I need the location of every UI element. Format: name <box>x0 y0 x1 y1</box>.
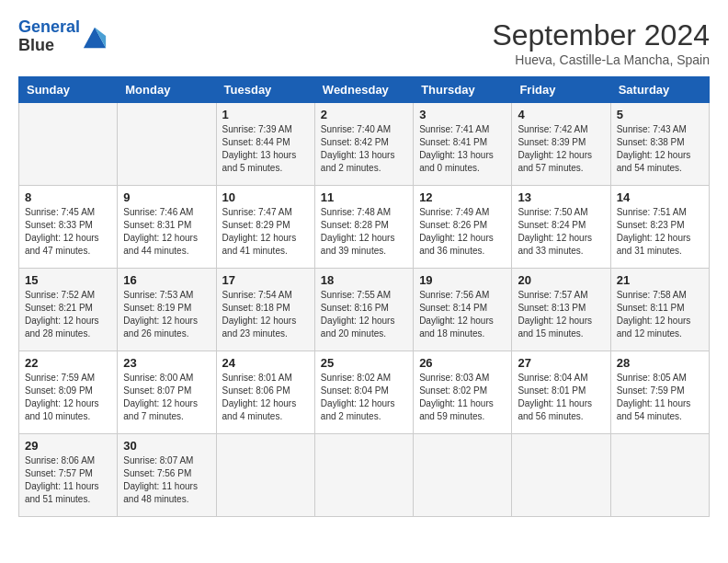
day-cell-9: 9 Sunrise: 7:46 AMSunset: 8:31 PMDayligh… <box>118 186 216 269</box>
logo-text: GeneralBlue <box>18 18 80 55</box>
day-number: 19 <box>419 273 506 287</box>
day-number: 12 <box>419 190 506 204</box>
empty-cell <box>512 434 610 517</box>
day-number: 11 <box>321 190 407 204</box>
title-block: September 2024 Hueva, Castille-La Mancha… <box>492 18 710 67</box>
day-number: 22 <box>25 356 111 370</box>
day-cell-14: 14 Sunrise: 7:51 AMSunset: 8:23 PMDaylig… <box>610 186 709 269</box>
day-info: Sunrise: 7:56 AMSunset: 8:14 PMDaylight:… <box>419 289 506 340</box>
day-cell-15: 15 Sunrise: 7:52 AMSunset: 8:21 PMDaylig… <box>19 269 118 351</box>
calendar-week-1: 1 Sunrise: 7:39 AMSunset: 8:44 PMDayligh… <box>19 103 710 186</box>
col-header-sunday: Sunday <box>19 77 118 103</box>
day-info: Sunrise: 7:50 AMSunset: 8:24 PMDaylight:… <box>518 206 604 258</box>
day-number: 13 <box>518 190 604 204</box>
day-cell-23: 23 Sunrise: 8:00 AMSunset: 8:07 PMDaylig… <box>118 351 216 434</box>
day-info: Sunrise: 7:40 AMSunset: 8:42 PMDaylight:… <box>321 123 407 175</box>
day-cell-20: 20 Sunrise: 7:57 AMSunset: 8:13 PMDaylig… <box>512 269 610 351</box>
day-info: Sunrise: 8:05 AMSunset: 7:59 PMDaylight:… <box>617 372 703 423</box>
day-cell-16: 16 Sunrise: 7:53 AMSunset: 8:19 PMDaylig… <box>118 269 216 351</box>
day-info: Sunrise: 7:49 AMSunset: 8:26 PMDaylight:… <box>419 206 506 258</box>
empty-cell <box>610 434 709 517</box>
day-info: Sunrise: 7:43 AMSunset: 8:38 PMDaylight:… <box>617 123 703 175</box>
day-number: 2 <box>321 108 407 121</box>
day-info: Sunrise: 7:41 AMSunset: 8:41 PMDaylight:… <box>419 123 506 175</box>
day-number: 28 <box>617 356 703 370</box>
day-cell-1: 1 Sunrise: 7:39 AMSunset: 8:44 PMDayligh… <box>216 103 314 186</box>
day-cell-13: 13 Sunrise: 7:50 AMSunset: 8:24 PMDaylig… <box>512 186 610 269</box>
day-number: 18 <box>321 273 407 287</box>
day-info: Sunrise: 8:01 AMSunset: 8:06 PMDaylight:… <box>222 372 309 423</box>
day-cell-19: 19 Sunrise: 7:56 AMSunset: 8:14 PMDaylig… <box>414 269 512 351</box>
empty-cell <box>414 434 512 517</box>
day-info: Sunrise: 7:55 AMSunset: 8:16 PMDaylight:… <box>321 289 407 340</box>
col-header-monday: Monday <box>118 77 216 103</box>
day-cell-28: 28 Sunrise: 8:05 AMSunset: 7:59 PMDaylig… <box>610 351 709 434</box>
day-number: 4 <box>518 108 604 121</box>
day-info: Sunrise: 7:59 AMSunset: 8:09 PMDaylight:… <box>25 372 111 423</box>
day-cell-4: 4 Sunrise: 7:42 AMSunset: 8:39 PMDayligh… <box>512 103 610 186</box>
day-number: 15 <box>25 273 111 287</box>
page-header: GeneralBlue September 2024 Hueva, Castil… <box>18 18 710 67</box>
logo-icon <box>82 24 108 50</box>
day-cell-24: 24 Sunrise: 8:01 AMSunset: 8:06 PMDaylig… <box>216 351 314 434</box>
col-header-saturday: Saturday <box>610 77 709 103</box>
col-header-thursday: Thursday <box>414 77 512 103</box>
day-number: 21 <box>617 273 703 287</box>
day-cell-26: 26 Sunrise: 8:03 AMSunset: 8:02 PMDaylig… <box>414 351 512 434</box>
day-info: Sunrise: 8:04 AMSunset: 8:01 PMDaylight:… <box>518 372 604 423</box>
day-cell-30: 30 Sunrise: 8:07 AMSunset: 7:56 PMDaylig… <box>118 434 216 517</box>
day-cell-11: 11 Sunrise: 7:48 AMSunset: 8:28 PMDaylig… <box>314 186 413 269</box>
day-info: Sunrise: 8:02 AMSunset: 8:04 PMDaylight:… <box>321 372 407 423</box>
day-info: Sunrise: 7:52 AMSunset: 8:21 PMDaylight:… <box>25 289 111 340</box>
day-info: Sunrise: 7:42 AMSunset: 8:39 PMDaylight:… <box>518 123 604 175</box>
day-cell-5: 5 Sunrise: 7:43 AMSunset: 8:38 PMDayligh… <box>610 103 709 186</box>
day-number: 8 <box>25 190 111 204</box>
day-info: Sunrise: 7:53 AMSunset: 8:19 PMDaylight:… <box>123 289 210 340</box>
day-number: 5 <box>617 108 703 121</box>
day-info: Sunrise: 7:45 AMSunset: 8:33 PMDaylight:… <box>25 206 111 258</box>
day-cell-10: 10 Sunrise: 7:47 AMSunset: 8:29 PMDaylig… <box>216 186 314 269</box>
day-info: Sunrise: 7:57 AMSunset: 8:13 PMDaylight:… <box>518 289 604 340</box>
calendar-week-5: 29 Sunrise: 8:06 AMSunset: 7:57 PMDaylig… <box>19 434 710 517</box>
day-info: Sunrise: 7:48 AMSunset: 8:28 PMDaylight:… <box>321 206 407 258</box>
col-header-tuesday: Tuesday <box>216 77 314 103</box>
col-header-friday: Friday <box>512 77 610 103</box>
day-cell-29: 29 Sunrise: 8:06 AMSunset: 7:57 PMDaylig… <box>19 434 118 517</box>
col-header-wednesday: Wednesday <box>314 77 413 103</box>
day-cell-17: 17 Sunrise: 7:54 AMSunset: 8:18 PMDaylig… <box>216 269 314 351</box>
empty-cell <box>314 434 413 517</box>
calendar-week-2: 8 Sunrise: 7:45 AMSunset: 8:33 PMDayligh… <box>19 186 710 269</box>
day-number: 9 <box>123 190 210 204</box>
day-info: Sunrise: 7:54 AMSunset: 8:18 PMDaylight:… <box>222 289 309 340</box>
day-info: Sunrise: 8:07 AMSunset: 7:56 PMDaylight:… <box>123 454 210 506</box>
day-cell-3: 3 Sunrise: 7:41 AMSunset: 8:41 PMDayligh… <box>414 103 512 186</box>
day-info: Sunrise: 7:39 AMSunset: 8:44 PMDaylight:… <box>222 123 309 175</box>
location: Hueva, Castille-La Mancha, Spain <box>492 52 710 67</box>
day-info: Sunrise: 7:46 AMSunset: 8:31 PMDaylight:… <box>123 206 210 258</box>
day-cell-27: 27 Sunrise: 8:04 AMSunset: 8:01 PMDaylig… <box>512 351 610 434</box>
day-info: Sunrise: 7:47 AMSunset: 8:29 PMDaylight:… <box>222 206 309 258</box>
day-cell-22: 22 Sunrise: 7:59 AMSunset: 8:09 PMDaylig… <box>19 351 118 434</box>
month-title: September 2024 <box>492 18 710 52</box>
calendar-week-4: 22 Sunrise: 7:59 AMSunset: 8:09 PMDaylig… <box>19 351 710 434</box>
day-number: 24 <box>222 356 309 370</box>
day-cell-21: 21 Sunrise: 7:58 AMSunset: 8:11 PMDaylig… <box>610 269 709 351</box>
day-number: 25 <box>321 356 407 370</box>
day-number: 3 <box>419 108 506 121</box>
day-cell-25: 25 Sunrise: 8:02 AMSunset: 8:04 PMDaylig… <box>314 351 413 434</box>
day-number: 26 <box>419 356 506 370</box>
day-number: 27 <box>518 356 604 370</box>
day-info: Sunrise: 8:00 AMSunset: 8:07 PMDaylight:… <box>123 372 210 423</box>
day-number: 16 <box>123 273 210 287</box>
day-number: 30 <box>123 439 210 453</box>
day-cell-8: 8 Sunrise: 7:45 AMSunset: 8:33 PMDayligh… <box>19 186 118 269</box>
calendar-week-3: 15 Sunrise: 7:52 AMSunset: 8:21 PMDaylig… <box>19 269 710 351</box>
day-number: 17 <box>222 273 309 287</box>
calendar-table: SundayMondayTuesdayWednesdayThursdayFrid… <box>18 76 710 517</box>
day-number: 29 <box>25 439 111 453</box>
day-info: Sunrise: 7:51 AMSunset: 8:23 PMDaylight:… <box>617 206 703 258</box>
day-number: 14 <box>617 190 703 204</box>
day-cell-12: 12 Sunrise: 7:49 AMSunset: 8:26 PMDaylig… <box>414 186 512 269</box>
day-number: 20 <box>518 273 604 287</box>
day-cell-18: 18 Sunrise: 7:55 AMSunset: 8:16 PMDaylig… <box>314 269 413 351</box>
